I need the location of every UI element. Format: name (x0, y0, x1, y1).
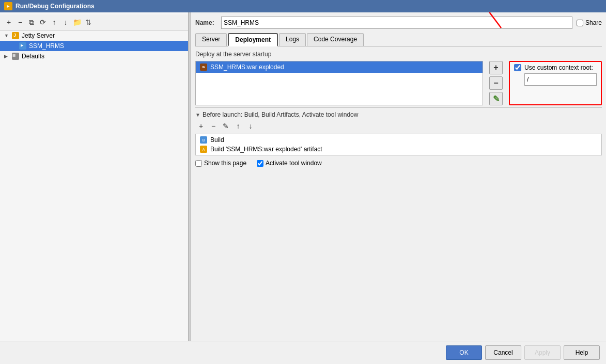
remove-before-launch-button[interactable]: − (208, 120, 219, 132)
tab-server[interactable]: Server (195, 33, 227, 46)
share-checkbox[interactable] (577, 20, 583, 26)
edit-artifact-button[interactable]: ✎ (489, 92, 503, 105)
before-launch-arrow[interactable]: ▼ (195, 112, 200, 118)
title-bar: ► Run/Debug Configurations (0, 0, 606, 12)
right-panel: Name: Share Server Deployment Logs Code … (191, 12, 606, 341)
move-config-button[interactable]: ⟳ (37, 17, 49, 28)
add-config-button[interactable]: + (3, 17, 14, 28)
deployment-section: Deploy at the server startup W SSM_HRMS:… (195, 51, 602, 337)
remove-artifact-button[interactable]: − (489, 76, 503, 90)
ok-button[interactable]: OK (446, 345, 482, 360)
artifact-name: SSM_HRMS:war exploded (210, 64, 284, 71)
title-icon: ► (4, 2, 12, 10)
show-page-checkbox[interactable] (195, 160, 202, 167)
before-launch-section: ▼ Before launch: Build, Build Artifacts,… (195, 107, 602, 155)
up-config-button[interactable]: ↑ (49, 17, 60, 28)
add-artifact-button[interactable]: + (489, 61, 503, 74)
context-root-input[interactable] (524, 73, 597, 86)
up-before-launch-button[interactable]: ↑ (232, 120, 244, 132)
before-launch-header: ▼ Before launch: Build, Build Artifacts,… (195, 111, 602, 118)
jetty-icon (11, 31, 20, 40)
left-toolbar: + − ⧉ ⟳ ↑ ↓ 📁 ⇅ (0, 14, 188, 30)
before-item-artifact-label: Build 'SSM_HRMS:war exploded' artifact (210, 146, 322, 153)
tree-item-defaults[interactable]: ▶ Defaults (0, 51, 188, 61)
tab-deployment[interactable]: Deployment (228, 33, 278, 46)
artifact-controls: + − ✎ (486, 61, 506, 105)
before-item-build-label: Build (210, 136, 224, 144)
before-item-build-artifact[interactable]: A Build 'SSM_HRMS:war exploded' artifact (196, 145, 601, 154)
jetty-server-label: Jetty Server (22, 32, 55, 39)
tree-item-ssm-hrms[interactable]: SSM_HRMS (0, 41, 188, 51)
apply-button[interactable]: Apply (524, 345, 561, 360)
artifact-item-war[interactable]: W SSM_HRMS:war exploded (196, 61, 483, 73)
tree-item-jetty-server[interactable]: ▼ Jetty Server (0, 30, 188, 41)
down-config-button[interactable]: ↓ (60, 17, 71, 28)
footer-checks: Show this page Activate tool window (195, 160, 602, 167)
context-root-label: Use custom context root: (524, 64, 593, 71)
activate-tool-item: Activate tool window (257, 160, 322, 167)
down-before-launch-button[interactable]: ↓ (245, 120, 256, 132)
jetty-expand-arrow: ▼ (4, 33, 11, 38)
build-artifact-icon: A (200, 146, 207, 153)
before-launch-label: Before launch: Build, Build Artifacts, A… (203, 111, 359, 118)
title-text: Run/Debug Configurations (15, 3, 95, 10)
before-item-build[interactable]: B Build (196, 135, 601, 145)
activate-tool-label: Activate tool window (266, 160, 322, 167)
copy-config-button[interactable]: ⧉ (26, 17, 37, 28)
defaults-label: Defaults (22, 53, 44, 60)
context-root-top: Use custom context root: (514, 64, 597, 71)
help-button[interactable]: Help (564, 345, 600, 360)
dialog-footer: OK Cancel Apply Help (0, 341, 606, 364)
context-root-panel: Use custom context root: (509, 61, 602, 105)
before-launch-toolbar: + − ✎ ↑ ↓ (195, 120, 602, 132)
show-page-item: Show this page (195, 160, 246, 167)
share-label: Share (585, 19, 602, 26)
deploy-section-label: Deploy at the server startup (195, 51, 602, 58)
tab-logs[interactable]: Logs (279, 33, 306, 46)
ssm-config-icon (19, 42, 27, 50)
dialog: + − ⧉ ⟳ ↑ ↓ 📁 ⇅ ▼ Jetty Server SSM_HRMS (0, 12, 606, 364)
edit-before-launch-button[interactable]: ✎ (220, 120, 231, 132)
share-row: Share (577, 19, 602, 26)
cancel-button[interactable]: Cancel (485, 345, 521, 360)
activate-tool-checkbox[interactable] (257, 160, 263, 167)
tab-code-coverage[interactable]: Code Coverage (307, 33, 364, 46)
deploy-row: W SSM_HRMS:war exploded + − ✎ (195, 61, 602, 105)
before-launch-items: B Build A Build 'SSM_HRMS:war exploded' … (195, 134, 602, 155)
build-icon: B (200, 136, 207, 144)
name-label: Name: (195, 19, 221, 26)
remove-config-button[interactable]: − (14, 17, 26, 28)
show-page-label: Show this page (204, 160, 246, 167)
defaults-icon (11, 52, 20, 60)
artifact-list[interactable]: W SSM_HRMS:war exploded (195, 61, 483, 105)
dialog-body: + − ⧉ ⟳ ↑ ↓ 📁 ⇅ ▼ Jetty Server SSM_HRMS (0, 12, 606, 341)
add-before-launch-button[interactable]: + (195, 120, 207, 132)
left-panel: + − ⧉ ⟳ ↑ ↓ 📁 ⇅ ▼ Jetty Server SSM_HRMS (0, 12, 189, 341)
name-input[interactable] (221, 17, 572, 29)
defaults-expand-arrow: ▶ (4, 54, 11, 59)
tabs-row: Server Deployment Logs Code Coverage (195, 33, 602, 46)
war-icon: W (200, 64, 207, 71)
ssm-hrms-label: SSM_HRMS (29, 42, 64, 50)
folder-config-button[interactable]: 📁 (71, 17, 83, 28)
custom-context-root-checkbox[interactable] (514, 64, 521, 71)
sort-config-button[interactable]: ⇅ (83, 17, 94, 28)
name-row: Name: Share (195, 17, 602, 29)
